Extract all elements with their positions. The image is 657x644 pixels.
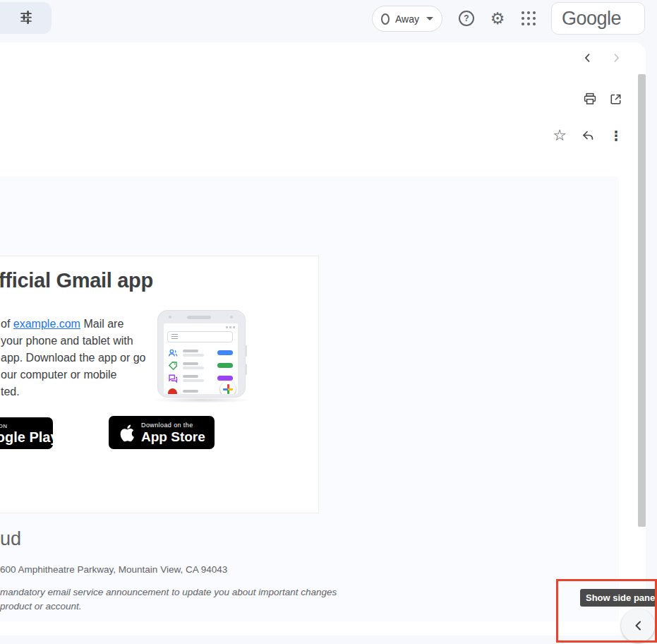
email-heading: fficial Gmail app: [0, 269, 153, 292]
phone-side-button: [245, 345, 247, 357]
text-skeleton-bar: [183, 379, 204, 382]
apps-button[interactable]: [514, 4, 543, 32]
footer-address: 600 Amphitheatre Parkway, Mountain View,…: [0, 564, 227, 575]
show-side-panel-button[interactable]: [621, 609, 655, 643]
hamburger-icon: [171, 334, 178, 335]
phone-camera-dot: [169, 316, 171, 318]
email-content-card: fficial Gmail app of example.com Mail ar…: [0, 256, 319, 513]
reply-button[interactable]: [575, 123, 601, 148]
phone-list-row: [164, 348, 238, 358]
play-badge-top-text: GET IT ON: [0, 422, 59, 430]
status-selector[interactable]: Away: [372, 6, 442, 32]
phone-shadow: [152, 397, 251, 403]
settings-button[interactable]: ⚙: [483, 4, 512, 32]
help-icon: ?: [459, 11, 474, 26]
footer-brand: ud: [0, 528, 21, 550]
status-bit: [233, 326, 235, 328]
paragraph-text: our computer or mobile: [1, 366, 163, 383]
apple-icon: [117, 422, 135, 443]
newer-message-button[interactable]: [575, 45, 601, 71]
email-paragraph: of example.com Mail are your phone and t…: [1, 316, 163, 400]
phone-side-button: [245, 364, 247, 375]
chevron-left-icon: [634, 620, 642, 631]
text-skeleton-bar: [183, 390, 198, 393]
appstore-badge-main-text: App Store: [141, 429, 205, 444]
more-vert-icon: ⋮: [610, 129, 623, 143]
star-button[interactable]: ☆: [547, 123, 572, 148]
show-side-panel-tooltip: Show side panel: [580, 589, 657, 607]
paragraph-text: Mail are: [80, 318, 123, 330]
chevron-down-icon: [426, 17, 433, 20]
text-skeleton-bar: [183, 362, 198, 365]
phone-sensor-dot: [230, 316, 233, 318]
email-body: fficial Gmail app of example.com Mail ar…: [0, 177, 619, 621]
search-options-button[interactable]: [0, 2, 52, 34]
appstore-badge-top-text: Download on the: [141, 422, 205, 429]
phone-search-bar: [167, 331, 233, 342]
text-skeleton-bar: [183, 354, 204, 357]
away-status-icon: [381, 13, 390, 25]
apps-grid-icon: [522, 11, 536, 25]
play-badge-main-text: Google Play: [0, 430, 59, 445]
chevron-right-icon: [610, 52, 622, 64]
mail-content-sheet: ☆ ⋮ fficial Gmail app of example.com Mai…: [0, 42, 646, 636]
paragraph-text: your phone and tablet with: [1, 333, 163, 350]
red-dot-icon: [168, 388, 177, 394]
label-pill-green: [217, 363, 233, 368]
gmail-window: Away ? ⚙ Google: [0, 0, 657, 644]
text-skeleton-bar: [183, 366, 204, 369]
tune-icon: [19, 10, 33, 27]
plus-arm-blue: [223, 388, 228, 390]
example-link[interactable]: example.com: [13, 318, 80, 330]
google-logo: Google: [562, 8, 621, 30]
compose-fab: [220, 381, 236, 394]
plus-arm-yellow: [228, 388, 233, 390]
paragraph-text: of: [1, 318, 13, 330]
open-in-new-button[interactable]: [603, 86, 628, 112]
paragraph-text: ted.: [1, 383, 163, 400]
status-bit: [229, 326, 231, 328]
google-account-button[interactable]: Google: [551, 2, 645, 35]
label-pill-purple: [217, 376, 233, 381]
status-bit: [226, 326, 228, 328]
text-skeleton-bar: [183, 350, 198, 352]
paragraph-text: app. Download the app or go: [1, 350, 163, 366]
footer-legal-line: product or account.: [0, 601, 82, 612]
app-store-badge[interactable]: Download on the App Store: [109, 416, 215, 449]
open-in-new-icon: [609, 93, 622, 106]
print-button[interactable]: [577, 86, 603, 112]
more-options-button[interactable]: ⋮: [603, 123, 629, 148]
chat-icon: [168, 374, 178, 383]
older-message-button[interactable]: [603, 45, 629, 71]
contacts-icon: [168, 348, 178, 358]
gear-icon: ⚙: [490, 11, 505, 27]
scrollbar-thumb[interactable]: [638, 74, 646, 527]
phone-illustration: [157, 310, 246, 400]
phone-speaker: [187, 316, 211, 319]
star-icon: ☆: [553, 128, 567, 143]
google-play-badge[interactable]: GET IT ON Google Play: [0, 417, 53, 449]
footer-legal-line: mandatory email service announcement to …: [0, 587, 337, 597]
status-label: Away: [395, 13, 419, 25]
text-skeleton-bar: [183, 375, 198, 378]
printer-icon: [583, 92, 597, 106]
reply-icon: [581, 129, 595, 143]
phone-screen: [164, 323, 238, 394]
tag-icon: [168, 361, 178, 371]
phone-list-row: [164, 361, 238, 371]
top-bar: Away ? ⚙ Google: [0, 0, 657, 42]
chevron-left-icon: [581, 52, 594, 64]
label-pill-blue: [217, 350, 233, 355]
help-button[interactable]: ?: [452, 4, 481, 32]
